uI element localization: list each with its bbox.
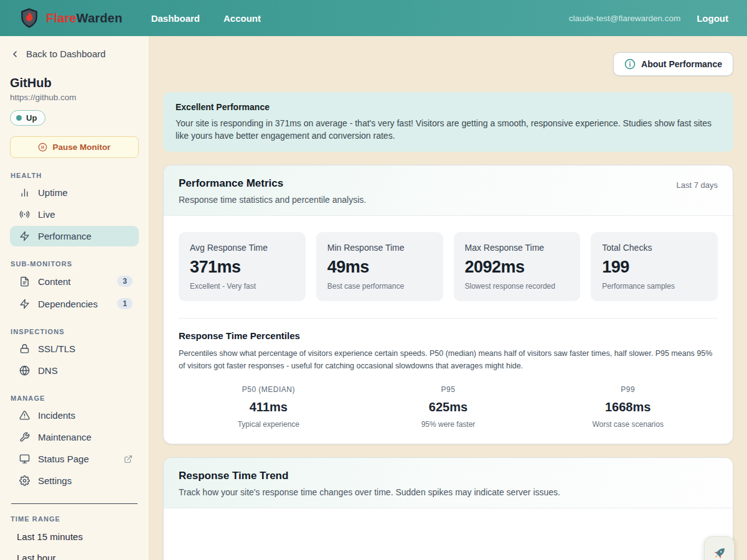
time-range-last-15-minutes[interactable]: Last 15 minutes — [10, 526, 139, 547]
pause-circle-icon — [38, 142, 47, 152]
section-label-health: HEALTH — [11, 172, 139, 179]
document-icon — [19, 276, 30, 287]
stat-max-response-time: Max Response Time 2092ms Slowest respons… — [454, 232, 581, 301]
time-range-last-hour[interactable]: Last hour — [10, 547, 139, 560]
stat-min-response-time: Min Response Time 49ms Best case perform… — [316, 232, 443, 301]
pause-monitor-button[interactable]: Pause Monitor — [10, 136, 139, 158]
sidebar-item-label: Live — [38, 209, 55, 220]
percentile-note: Typical experience — [179, 420, 359, 429]
section-label-inspections: INSPECTIONS — [11, 328, 139, 335]
sidebar-item-dns[interactable]: DNS — [10, 360, 139, 381]
percentile-value: 411ms — [179, 400, 359, 414]
stat-label: Min Response Time — [327, 243, 432, 253]
monitor-icon — [19, 454, 30, 464]
sidebar-item-maintenance[interactable]: Maintenance — [10, 427, 139, 447]
about-performance-label: About Performance — [641, 59, 722, 69]
sidebar-item-performance[interactable]: Performance — [10, 226, 139, 246]
brand-name: FlareWarden — [46, 11, 123, 26]
shield-flame-logo-icon — [19, 7, 40, 29]
sidebar-item-label: Performance — [38, 231, 92, 241]
chevron-left-icon — [10, 49, 20, 59]
info-icon — [624, 58, 636, 70]
trend-card-title: Response Time Trend — [179, 470, 560, 482]
section-label-manage: MANAGE — [11, 394, 139, 402]
metrics-card-title: Performance Metrics — [179, 177, 366, 190]
percentile-p50: P50 (MEDIAN) 411ms Typical experience — [179, 385, 359, 429]
monitor-url: https://github.com — [10, 93, 139, 102]
percentile-label: P50 (MEDIAN) — [179, 385, 359, 394]
stat-note: Performance samples — [602, 282, 707, 291]
stat-label: Avg Response Time — [190, 243, 294, 253]
sidebar-item-uptime[interactable]: Uptime — [10, 182, 139, 203]
percentile-value: 1668ms — [538, 400, 718, 414]
stat-note: Best case performance — [327, 282, 432, 291]
performance-alert: Excellent Performance Your site is respo… — [163, 92, 733, 152]
percentile-label: P95 — [359, 385, 538, 394]
brand-logo[interactable]: FlareWarden — [19, 7, 123, 29]
alert-body: Your site is responding in 371ms on aver… — [176, 118, 721, 142]
sidebar-item-ssl-tls[interactable]: SSL/TLS — [10, 338, 139, 359]
status-badge: Up — [10, 110, 45, 126]
section-label-time-range: TIME RANGE — [11, 515, 139, 523]
broadcast-icon — [19, 209, 30, 220]
stat-avg-response-time: Avg Response Time 371ms Excellent - Very… — [179, 232, 306, 301]
status-label: Up — [26, 113, 37, 123]
about-performance-button[interactable]: About Performance — [613, 52, 733, 76]
sidebar-item-label: DNS — [38, 365, 58, 376]
nav-dashboard[interactable]: Dashboard — [151, 13, 200, 24]
response-time-trend-card: Response Time Trend Track how your site'… — [163, 457, 733, 560]
sidebar-item-label: Settings — [38, 475, 72, 486]
performance-metrics-card: Performance Metrics Response time statis… — [163, 165, 733, 444]
percentile-note: Worst case scenarios — [538, 420, 718, 429]
stat-note: Slowest response recorded — [465, 282, 570, 291]
top-navbar: FlareWarden Dashboard Account claude-tes… — [0, 0, 747, 36]
sidebar-item-dependencies[interactable]: Dependencies 1 — [10, 293, 139, 314]
sidebar-item-label: Dependencies — [38, 299, 98, 309]
percentile-p99: P99 1668ms Worst case scenarios — [538, 385, 718, 429]
sidebar-item-label: Maintenance — [38, 432, 92, 442]
percentile-label: P99 — [538, 385, 718, 394]
back-to-dashboard-link[interactable]: Back to Dashboard — [10, 49, 139, 59]
stat-value: 371ms — [190, 258, 294, 277]
alert-title: Excellent Performance — [176, 102, 721, 112]
external-link-icon — [124, 455, 133, 464]
percentile-note: 95% were faster — [359, 420, 538, 429]
stat-label: Max Response Time — [465, 243, 570, 253]
zap-icon — [19, 231, 30, 241]
section-label-sub-monitors: SUB-MONITORS — [11, 260, 139, 268]
dependencies-count-badge: 1 — [117, 298, 133, 309]
rocket-icon — [712, 545, 728, 560]
lock-icon — [19, 343, 30, 354]
gear-icon — [19, 475, 30, 486]
sidebar-item-live[interactable]: Live — [10, 204, 139, 225]
bar-chart-icon — [19, 187, 30, 198]
sidebar-divider — [11, 503, 138, 504]
account-email: claude-test@flarewarden.com — [569, 14, 681, 23]
status-up-dot-icon — [16, 115, 22, 121]
alert-triangle-icon — [19, 410, 30, 421]
sidebar-item-settings[interactable]: Settings — [10, 470, 139, 491]
rocket-launcher-button[interactable] — [704, 536, 735, 560]
content-count-badge: 3 — [117, 276, 133, 287]
sidebar-item-content[interactable]: Content 3 — [10, 271, 139, 292]
sidebar-item-label: SSL/TLS — [38, 343, 75, 354]
logout-button[interactable]: Logout — [697, 13, 728, 24]
percentile-p95: P95 625ms 95% were faster — [359, 385, 538, 429]
percentile-value: 625ms — [359, 400, 538, 414]
back-to-dashboard-label: Back to Dashboard — [26, 49, 106, 59]
trend-chart-area — [164, 508, 733, 560]
percentiles-description: Percentiles show what percentage of visi… — [179, 348, 718, 372]
stat-label: Total Checks — [602, 243, 707, 253]
sidebar-item-status-page[interactable]: Status Page — [10, 449, 139, 469]
globe-icon — [19, 365, 30, 376]
metrics-card-subtitle: Response time statistics and percentile … — [179, 195, 366, 205]
stat-note: Excellent - Very fast — [190, 282, 294, 291]
zap-icon — [19, 299, 30, 309]
metrics-period-label: Last 7 days — [677, 177, 718, 190]
main-content: About Performance Excellent Performance … — [149, 36, 747, 560]
sidebar: Back to Dashboard GitHub https://github.… — [0, 36, 149, 560]
nav-account[interactable]: Account — [223, 13, 261, 24]
sidebar-item-label: Uptime — [38, 187, 68, 198]
percentiles-section: Response Time Percentiles Percentiles sh… — [179, 318, 718, 429]
sidebar-item-incidents[interactable]: Incidents — [10, 405, 139, 426]
